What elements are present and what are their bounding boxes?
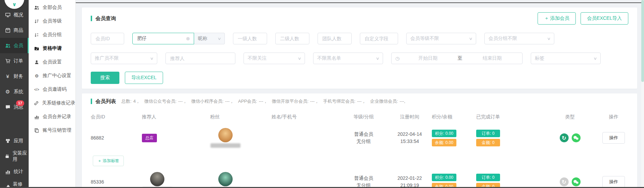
submenu-all-members[interactable]: 全部会员 — [29, 1, 75, 14]
chevron-down-icon: ∨ — [469, 37, 472, 41]
vertical-scrollbar[interactable] — [641, 0, 644, 188]
level1-count-input[interactable] — [237, 35, 263, 42]
member-id-field — [91, 33, 124, 44]
submenu-label: 会员等级 — [43, 18, 62, 24]
avatar — [150, 172, 164, 186]
filter-row-1: ⊗ 昵称 ∨ — [91, 33, 628, 64]
submenu-promotion-center-settings[interactable]: ⚙ 推广中心设置 — [29, 69, 75, 83]
clear-icon[interactable]: ⊗ — [186, 36, 190, 41]
submenu-account-cancellation[interactable]: 账号注销管理 — [29, 124, 75, 137]
nav-orders[interactable]: 订单 — [0, 53, 29, 69]
wechat-open-platform-icon-disabled: ↻ — [560, 177, 569, 186]
row-action-button[interactable]: 操作 — [602, 176, 625, 188]
orders-badge: 订单: 0 — [476, 130, 500, 137]
primary-nav-rail: ∨ 概况 商品 会员 订单 ¥ 财务 — [0, 0, 29, 188]
nav-messages[interactable]: 消息 17 — [0, 99, 29, 115]
submenu-relation-chain-log[interactable]: 关系链修改记录 — [29, 96, 75, 110]
main-content: 会员查询 ＋ 添加会员 会员EXCEL导入 ⊗ 昵称 — [76, 0, 644, 188]
nickname-field: ⊗ — [132, 33, 194, 44]
member-list-card: 会员列表 总数:4， 微信公众号会员:---， 微信小程序会员:---， APP… — [82, 93, 637, 188]
points-badge: 积分: 0.00 — [432, 174, 456, 181]
message-count-badge: 17 — [16, 100, 24, 106]
table-row: 85336 普通会员 无分组 — [91, 169, 628, 188]
level2-count-input[interactable] — [279, 35, 305, 42]
chevron-down-icon: ∨ — [376, 56, 379, 61]
cart-icon — [4, 58, 11, 64]
submenu-member-levels[interactable]: 会员等级 — [29, 14, 75, 28]
folder-check-icon — [34, 46, 40, 51]
referrer-field — [165, 53, 235, 64]
nav-label: 安装应用 — [13, 150, 29, 162]
level2-count-field — [275, 33, 309, 44]
referrer-input[interactable] — [170, 55, 231, 61]
nav-label: 概况 — [14, 12, 23, 18]
level1-count-field — [233, 33, 267, 44]
date-range-picker[interactable]: ◷ 开始日期 至 结束日期 — [391, 53, 523, 64]
submenu-member-merge-log[interactable]: 会员合并记录 — [29, 110, 75, 124]
sort-az-icon — [34, 32, 40, 38]
monitor-icon — [4, 12, 11, 18]
custom-field-input[interactable] — [364, 35, 394, 42]
member-type-icons: ↻ — [541, 133, 599, 142]
start-date-placeholder[interactable]: 开始日期 — [401, 55, 454, 61]
register-time: 2022-04-14 15:33:54 — [387, 131, 432, 145]
blacklist-filter-select[interactable]: 不限黑名单 ∨ — [313, 53, 383, 64]
avatar — [218, 172, 233, 186]
member-excel-import-button[interactable]: 会员EXCEL导入 — [581, 12, 628, 25]
search-button[interactable]: 搜索 — [91, 72, 119, 84]
member-stats: 总数:4， 微信公众号会员:---， 微信小程序会员:---， APP会员:--… — [121, 98, 409, 104]
nav-install-apps[interactable]: 安装应用 — [0, 148, 29, 164]
row-action-button[interactable]: 操作 — [602, 132, 625, 144]
nav-system[interactable]: ⚙ 系统 — [0, 84, 29, 99]
team-count-field — [318, 33, 352, 44]
end-date-placeholder[interactable]: 结束日期 — [466, 55, 518, 61]
wechat-open-platform-icon: ↻ — [560, 133, 569, 142]
clock-icon: ◷ — [395, 56, 399, 61]
submenu-qualification-apply[interactable]: 资格申请 — [29, 42, 75, 55]
member-id-input[interactable] — [95, 35, 120, 42]
export-excel-button[interactable]: 导出EXCEL — [125, 72, 163, 84]
top-divider — [76, 2, 644, 3]
member-id: 86882 — [91, 135, 142, 141]
box-icon — [4, 28, 11, 33]
points-balance: 积分: 0.00 余额: 0.00 — [432, 174, 476, 188]
table-row: 86882 总店 普通会员 无分组 2022-04-14 1 — [91, 125, 628, 151]
promoter-select[interactable]: 推广员不限 ∨ — [91, 53, 157, 64]
team-count-input[interactable] — [322, 35, 348, 42]
submenu-member-invite-code[interactable]: </> 会员邀请码 — [29, 83, 75, 96]
link-icon — [34, 101, 39, 106]
nav-label: 应用 — [14, 138, 23, 144]
submenu-label: 关系链修改记录 — [42, 100, 75, 106]
submenu-member-settings[interactable]: 会员设置 — [29, 55, 75, 69]
submenu-label: 会员邀请码 — [43, 86, 67, 92]
chevron-down-icon: ∨ — [547, 37, 551, 41]
nav-members[interactable]: 会员 — [0, 38, 29, 53]
submenu-member-groups[interactable]: 会员分组 — [29, 28, 75, 42]
chevron-down-icon: ∨ — [593, 56, 597, 61]
orders-badge: 订单: 0 — [476, 174, 500, 181]
scrollbar-thumb[interactable] — [641, 0, 644, 82]
nav-apps[interactable]: 应用 — [0, 133, 29, 148]
person-icon — [34, 60, 40, 65]
referrer-avatar-block — [142, 172, 173, 188]
nav-statistics[interactable]: 统计 — [0, 164, 29, 179]
nav-overview[interactable]: 概况 — [0, 7, 29, 23]
nav-goods[interactable]: 商品 — [0, 23, 29, 38]
add-tag-button[interactable]: ＋ 添加标签 — [93, 156, 124, 166]
plug-icon — [4, 154, 10, 159]
nav-finance[interactable]: ¥ 财务 — [0, 69, 29, 84]
follow-filter-select[interactable]: 不限关注 ∨ — [244, 53, 305, 64]
tag-select[interactable]: 标签 ∨ — [531, 53, 601, 64]
censored-name — [210, 143, 240, 148]
nickname-input[interactable] — [136, 35, 184, 42]
nav-label: 商品 — [14, 27, 23, 33]
member-group-select[interactable]: 会员分组不限 ∨ — [484, 33, 554, 44]
level-group: 普通会员 无分组 — [340, 131, 387, 145]
add-member-button[interactable]: ＋ 添加会员 — [538, 12, 576, 25]
sort-amount-icon — [34, 19, 40, 24]
list-card-title: 会员列表 — [91, 99, 116, 104]
member-type-icons: ↻ — [541, 177, 599, 186]
submenu-label: 会员设置 — [43, 59, 62, 65]
nickname-type-select[interactable]: 昵称 ∨ — [194, 33, 225, 44]
member-level-select[interactable]: 会员等级不限 ∨ — [406, 33, 476, 44]
